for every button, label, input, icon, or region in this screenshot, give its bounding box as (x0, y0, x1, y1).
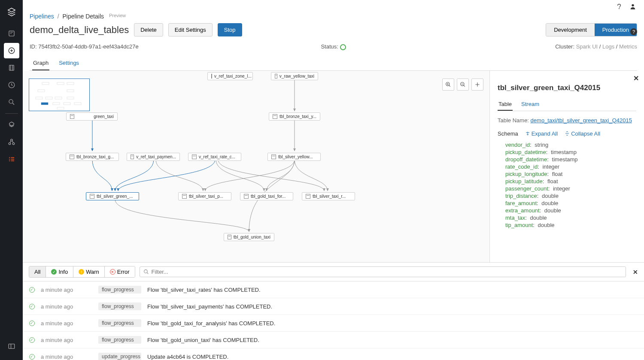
table-icon (192, 154, 197, 159)
tab-table[interactable]: Table (498, 98, 513, 111)
zoom-out-button[interactable] (457, 79, 469, 91)
log-status-icon: ✓ (29, 337, 35, 343)
delete-button[interactable]: Delete (134, 23, 163, 36)
cluster-label: Cluster: (555, 43, 574, 50)
sidebar-nav-recents[interactable] (4, 77, 19, 93)
svg-rect-11 (57, 82, 64, 85)
log-message: Flow 'tbl_silver_taxi_rates' has COMPLET… (147, 287, 638, 293)
breadcrumb-page: Pipeline Details (63, 13, 104, 20)
schema-field[interactable]: dropoff_datetime: timestamp (505, 156, 636, 163)
sidebar-nav-create[interactable] (4, 43, 19, 58)
schema-field[interactable]: mta_tax: double (505, 214, 636, 221)
svg-rect-17 (55, 97, 62, 99)
status-label: Status: (321, 43, 338, 50)
svg-point-7 (12, 143, 15, 145)
schema-field[interactable]: trip_distance: double (505, 192, 636, 200)
topbar (23, 0, 644, 12)
sidebar-nav-jobs[interactable] (4, 151, 19, 167)
filter-all[interactable]: All (29, 266, 46, 277)
graph-node[interactable]: v_ref_taxi_paymen... (127, 153, 180, 161)
log-row[interactable]: ✓a minute agoupdate_progressUpdate a4cb6… (23, 348, 644, 360)
edit-settings-button[interactable]: Edit Settings (168, 23, 213, 36)
log-message: Flow 'tbl_gold_taxi_for_analysis' has CO… (147, 320, 638, 327)
graph-node[interactable]: v_raw_yellow_taxi (271, 72, 318, 80)
schema-field[interactable]: pickup_longitude: float (505, 170, 636, 178)
schema-field[interactable]: vendor_id: string (505, 141, 636, 148)
zoom-in-button[interactable] (442, 79, 454, 91)
logs-link[interactable]: Logs (602, 43, 614, 50)
log-row[interactable]: ✓a minute agoflow_progressFlow 'tbl_gold… (23, 332, 644, 348)
svg-point-4 (9, 100, 13, 103)
schema-field[interactable]: pickup_latitude: float (505, 178, 636, 185)
log-message: Flow 'tbl_gold_union_taxi' has COMPLETED… (147, 337, 638, 343)
log-panel: All ✓Info !Warn ✕Error ✕ ✓a minute agofl… (23, 262, 644, 360)
schema-field[interactable]: tip_amount: double (505, 221, 636, 229)
sidebar-toggle[interactable] (4, 339, 19, 354)
schema-field[interactable]: passenger_count: integer (505, 185, 636, 192)
table-icon (182, 194, 187, 199)
schema-field[interactable]: fare_amount: double (505, 200, 636, 207)
schema-field[interactable]: extra_amount: double (505, 207, 636, 214)
graph-canvas[interactable]: v_ref_taxi_zone_l... v_raw_yellow_taxi g… (23, 71, 489, 262)
breadcrumb-root-link[interactable]: Pipelines (30, 13, 54, 20)
tab-settings[interactable]: Settings (58, 56, 80, 70)
sidebar-nav-search[interactable] (4, 94, 19, 110)
log-row[interactable]: ✓a minute agoflow_progressFlow 'tbl_silv… (23, 298, 644, 315)
logo-icon[interactable] (4, 4, 19, 20)
sidebar-nav-compute[interactable] (4, 134, 19, 150)
log-close-icon[interactable]: ✕ (633, 269, 638, 275)
graph-node[interactable]: green_taxi (66, 112, 118, 121)
table-icon (70, 154, 74, 159)
log-row[interactable]: ✓a minute agoflow_progressFlow 'tbl_gold… (23, 315, 644, 332)
svg-rect-19 (41, 103, 48, 105)
log-tag: update_progress (98, 353, 141, 360)
spark-ui-link[interactable]: Spark UI (576, 43, 598, 50)
help-icon[interactable] (616, 3, 623, 11)
log-status-icon: ✓ (29, 303, 35, 309)
minimap[interactable] (29, 79, 90, 111)
graph-node[interactable]: tbl_bronze_taxi_y... (269, 112, 320, 121)
metrics-link[interactable]: Metrics (619, 43, 637, 50)
mode-help-icon[interactable]: ? (630, 28, 637, 35)
stop-button[interactable]: Stop (218, 23, 242, 36)
tab-graph[interactable]: Graph (32, 56, 49, 70)
svg-rect-22 (74, 103, 81, 105)
development-toggle[interactable]: Development (546, 24, 595, 36)
log-status-icon: ✓ (29, 320, 35, 326)
table-icon (70, 114, 74, 119)
filter-warn[interactable]: !Warn (73, 266, 105, 277)
fit-button[interactable] (471, 79, 483, 91)
table-icon (273, 114, 277, 119)
sidebar-nav-2[interactable] (4, 60, 19, 76)
graph-node[interactable]: tbl_silver_yellow... (267, 153, 321, 161)
sidebar-nav-1[interactable] (4, 26, 19, 41)
svg-rect-18 (67, 97, 74, 99)
graph-node[interactable]: tbl_silver_taxi_r... (302, 192, 355, 200)
filter-error[interactable]: ✕Error (105, 266, 135, 277)
close-icon[interactable]: ✕ (633, 74, 639, 82)
sidebar-nav-data[interactable] (4, 117, 19, 133)
log-tag: flow_progress (98, 286, 141, 293)
graph-node[interactable]: tbl_gold_union_taxi (224, 233, 274, 241)
log-filter-input[interactable] (152, 269, 622, 275)
graph-node[interactable]: tbl_gold_taxi_for... (240, 192, 293, 200)
expand-all-button[interactable]: Expand All (525, 130, 558, 137)
filter-info[interactable]: ✓Info (46, 266, 73, 277)
log-row[interactable]: ✓a minute agoflow_progressFlow 'tbl_silv… (23, 281, 644, 298)
log-search[interactable] (140, 266, 626, 277)
table-name-link[interactable]: demo_taxi/tbl_silver_green_taxi_Q42015 (531, 117, 632, 124)
svg-rect-20 (53, 103, 60, 105)
collapse-all-button[interactable]: Collapse All (565, 130, 600, 137)
graph-node[interactable]: v_ref_taxi_rate_c... (188, 153, 241, 161)
schema-field[interactable]: rate_code_id: integer (505, 163, 636, 170)
table-icon (211, 74, 212, 79)
graph-node-selected[interactable]: tbl_silver_green_... (86, 192, 139, 200)
table-icon (271, 154, 276, 159)
graph-node[interactable]: tbl_silver_taxi_p... (178, 192, 231, 200)
graph-node[interactable]: v_ref_taxi_zone_l... (207, 72, 253, 80)
graph-node[interactable]: tbl_bronze_taxi_g... (66, 153, 119, 161)
user-icon[interactable] (629, 3, 637, 11)
tab-stream[interactable]: Stream (520, 98, 540, 111)
mode-toggle: Development Production (546, 23, 637, 36)
schema-field[interactable]: pickup_datetime: timestamp (505, 148, 636, 156)
